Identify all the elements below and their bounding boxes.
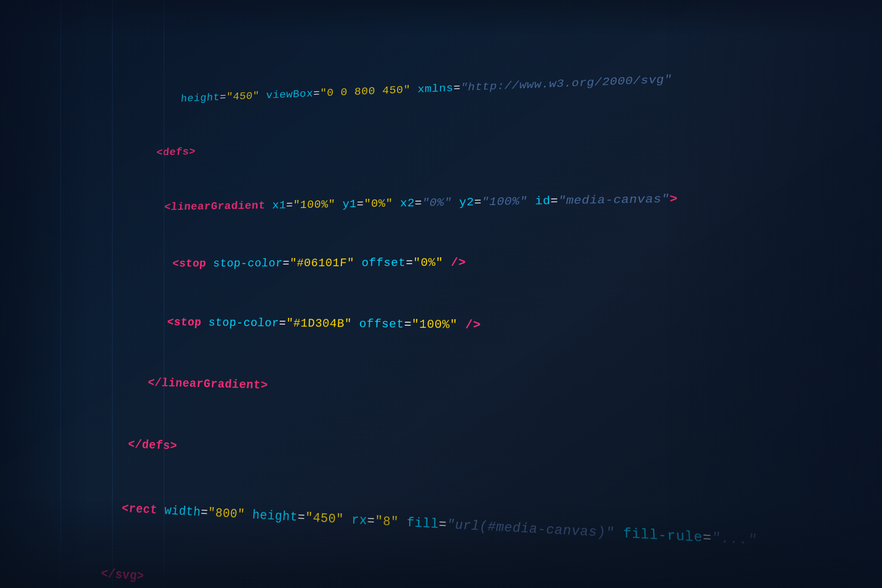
code-container: height="450" viewBox="0 0 800 450" xmlns…: [0, 27, 882, 588]
indent-guide-2: [112, 0, 113, 588]
indent-guide-1: [60, 0, 61, 588]
top-fade: [0, 0, 882, 34]
code-screen: height="450" viewBox="0 0 800 450" xmlns…: [0, 0, 882, 588]
indent-guide-3: [164, 0, 165, 588]
code-line-3: <stop stop-color="#06101F" offset="0%" /…: [90, 228, 882, 295]
